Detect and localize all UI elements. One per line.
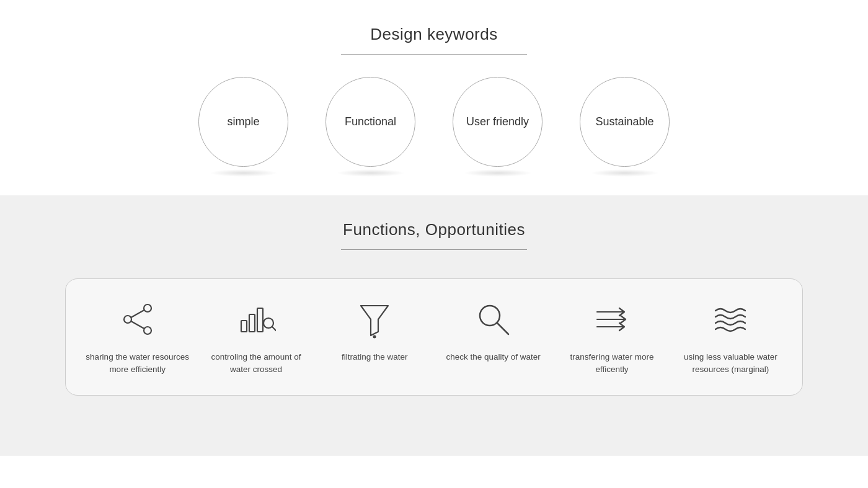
svg-rect-6 bbox=[249, 314, 255, 332]
filter-icon bbox=[353, 298, 396, 341]
bar-chart-search-icon bbox=[234, 298, 278, 341]
svg-point-1 bbox=[124, 316, 131, 323]
circle-shadow-user-friendly bbox=[464, 169, 532, 177]
svg-marker-10 bbox=[361, 306, 388, 335]
keyword-item-user-friendly: User friendly bbox=[453, 77, 542, 177]
function-label-share: sharing the water resources more efficie… bbox=[83, 351, 192, 376]
function-item-waves: using less valuable water resources (mar… bbox=[676, 298, 785, 376]
keyword-item-simple: simple bbox=[198, 77, 288, 177]
keyword-item-functional: Functional bbox=[326, 77, 415, 177]
svg-line-13 bbox=[497, 323, 508, 334]
transfer-icon bbox=[590, 298, 634, 341]
magnify-icon bbox=[472, 298, 515, 341]
svg-rect-5 bbox=[241, 321, 247, 332]
function-item-bar-chart: controling the amount of water crossed bbox=[202, 298, 310, 376]
function-item-share: sharing the water resources more efficie… bbox=[83, 298, 192, 376]
function-label-waves: using less valuable water resources (mar… bbox=[676, 351, 785, 376]
function-label-bar-chart: controling the amount of water crossed bbox=[202, 351, 310, 376]
svg-point-2 bbox=[144, 327, 151, 334]
keyword-circle-simple: simple bbox=[198, 77, 288, 167]
title-divider-2 bbox=[341, 249, 527, 250]
keyword-label-sustainable: Sustainable bbox=[595, 115, 653, 128]
keyword-item-sustainable: Sustainable bbox=[580, 77, 670, 177]
function-item-transfer: transfering water more efficently bbox=[557, 298, 666, 376]
share-icon bbox=[116, 298, 159, 341]
bottom-section: Functions, Opportunities sharing the wat… bbox=[0, 195, 868, 456]
functions-title: Functions, Opportunities bbox=[343, 220, 525, 239]
svg-line-3 bbox=[131, 310, 143, 317]
function-label-transfer: transfering water more efficently bbox=[557, 351, 666, 376]
function-label-search: check the quality of water bbox=[446, 351, 540, 363]
circle-shadow-sustainable bbox=[591, 169, 659, 177]
function-item-filter: filtrating the water bbox=[321, 298, 429, 363]
top-section: Design keywords simple Functional User f… bbox=[0, 0, 868, 195]
title-divider bbox=[341, 54, 527, 55]
keywords-row: simple Functional User friendly Sustaina… bbox=[198, 77, 670, 177]
svg-line-9 bbox=[272, 327, 276, 331]
circle-shadow-simple bbox=[210, 169, 278, 177]
svg-point-0 bbox=[144, 304, 151, 312]
function-label-filter: filtrating the water bbox=[342, 351, 408, 363]
functions-box: sharing the water resources more efficie… bbox=[65, 278, 803, 396]
svg-line-4 bbox=[131, 321, 143, 328]
keyword-label-functional: Functional bbox=[345, 115, 396, 128]
keyword-circle-user-friendly: User friendly bbox=[453, 77, 542, 167]
circle-shadow-functional bbox=[337, 169, 405, 177]
svg-rect-7 bbox=[257, 308, 263, 332]
keyword-circle-sustainable: Sustainable bbox=[580, 77, 670, 167]
design-keywords-title: Design keywords bbox=[370, 25, 497, 44]
function-item-search: check the quality of water bbox=[439, 298, 547, 363]
svg-point-11 bbox=[373, 335, 376, 339]
waves-icon bbox=[709, 298, 752, 341]
keyword-label-user-friendly: User friendly bbox=[466, 115, 529, 128]
keyword-label-simple: simple bbox=[227, 115, 259, 128]
keyword-circle-functional: Functional bbox=[326, 77, 415, 167]
